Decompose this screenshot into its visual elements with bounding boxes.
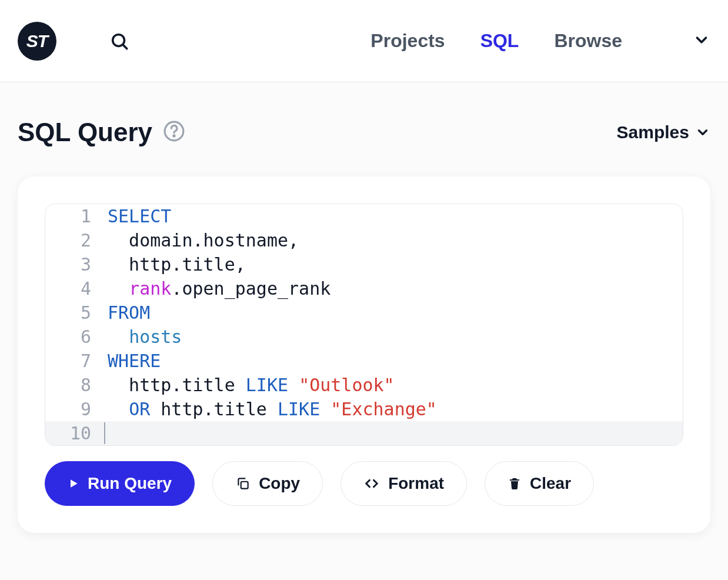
samples-dropdown[interactable]: Samples xyxy=(617,122,710,142)
code-icon xyxy=(363,475,380,492)
code-content[interactable]: http.title LIKE "Outlook" xyxy=(104,373,683,397)
line-number: 10 xyxy=(45,421,104,445)
run-query-label: Run Query xyxy=(88,474,172,493)
nav-sql[interactable]: SQL xyxy=(480,30,519,52)
svg-rect-5 xyxy=(241,482,248,489)
editor-line[interactable]: 2 domain.hostname, xyxy=(45,228,683,252)
action-bar: Run Query Copy Format xyxy=(45,461,683,506)
editor-line[interactable]: 8 http.title LIKE "Outlook" xyxy=(45,373,683,397)
line-number: 2 xyxy=(45,228,104,252)
line-number: 7 xyxy=(45,349,104,373)
code-content[interactable]: SELECT xyxy=(104,204,683,228)
chevron-down-icon xyxy=(695,125,710,140)
code-content[interactable]: domain.hostname, xyxy=(104,228,683,252)
search-button[interactable] xyxy=(109,31,129,51)
svg-marker-4 xyxy=(71,479,78,487)
line-number: 5 xyxy=(45,301,104,325)
cursor xyxy=(104,422,105,444)
editor-line[interactable]: 10 xyxy=(45,421,683,445)
clear-label: Clear xyxy=(530,474,571,493)
line-number: 3 xyxy=(45,252,104,276)
chevron-down-icon xyxy=(693,31,710,49)
code-content[interactable]: WHERE xyxy=(104,349,683,373)
line-number: 6 xyxy=(45,325,104,349)
editor-line[interactable]: 3 http.title, xyxy=(45,252,683,276)
copy-label: Copy xyxy=(259,474,300,493)
clear-button[interactable]: Clear xyxy=(485,461,594,506)
play-icon xyxy=(68,478,79,489)
code-content[interactable]: hosts xyxy=(104,325,683,349)
format-button[interactable]: Format xyxy=(340,461,467,506)
title-left: SQL Query xyxy=(18,118,185,147)
help-button[interactable] xyxy=(163,120,185,145)
app-header: ST Projects SQL Browse xyxy=(0,0,728,82)
code-content[interactable]: FROM xyxy=(104,301,683,325)
line-number: 1 xyxy=(45,204,104,228)
run-query-button[interactable]: Run Query xyxy=(45,461,195,506)
line-number: 9 xyxy=(45,397,104,421)
code-content[interactable]: rank.open_page_rank xyxy=(104,276,683,301)
svg-line-1 xyxy=(123,45,126,48)
svg-point-3 xyxy=(173,135,175,136)
main-area: SQL Query Samples 1SELECT2 domain.hostna… xyxy=(0,82,728,580)
nav-projects[interactable]: Projects xyxy=(370,30,445,52)
question-circle-icon xyxy=(163,120,185,142)
page-title: SQL Query xyxy=(18,118,152,147)
copy-icon xyxy=(235,476,251,491)
code-content[interactable] xyxy=(104,421,683,445)
code-content[interactable]: OR http.title LIKE "Exchange" xyxy=(104,397,683,421)
code-content[interactable]: http.title, xyxy=(104,252,683,276)
editor-line[interactable]: 7WHERE xyxy=(45,349,683,373)
nav-more-button[interactable] xyxy=(693,31,710,51)
samples-label: Samples xyxy=(617,122,689,142)
line-number: 8 xyxy=(45,373,104,397)
nav-browse[interactable]: Browse xyxy=(554,30,622,52)
editor-line[interactable]: 1SELECT xyxy=(45,204,683,228)
editor-line[interactable]: 6 hosts xyxy=(45,325,683,349)
editor-line[interactable]: 5FROM xyxy=(45,301,683,325)
format-label: Format xyxy=(388,474,444,493)
copy-button[interactable]: Copy xyxy=(212,461,323,506)
editor-line[interactable]: 9 OR http.title LIKE "Exchange" xyxy=(45,397,683,421)
editor-line[interactable]: 4 rank.open_page_rank xyxy=(45,276,683,301)
line-number: 4 xyxy=(45,276,104,301)
editor-card: 1SELECT2 domain.hostname,3 http.title,4 … xyxy=(18,176,710,533)
title-row: SQL Query Samples xyxy=(18,118,710,147)
sql-editor[interactable]: 1SELECT2 domain.hostname,3 http.title,4 … xyxy=(45,204,683,446)
trash-icon xyxy=(507,476,522,491)
app-logo[interactable]: ST xyxy=(18,22,56,61)
search-icon xyxy=(109,31,129,51)
nav-bar: Projects SQL Browse xyxy=(370,30,710,52)
